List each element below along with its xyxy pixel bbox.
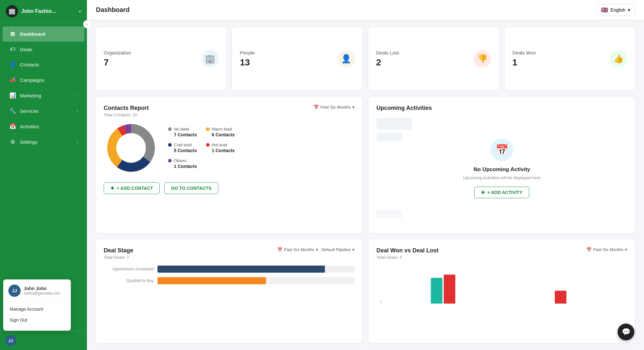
services-arrow-icon: › — [77, 109, 78, 113]
sidebar-avatar: JJ — [5, 335, 16, 346]
sidebar-item-marketing[interactable]: 📊 Marketing › — [3, 88, 84, 103]
add-contact-icon: ✚ — [110, 186, 114, 191]
bar-label-qualified: Qualified to Buy — [104, 278, 154, 283]
wonlost-group-2 — [504, 291, 618, 304]
contacts-report-header: Contacts Report Total Contacts: 20 📅 Pas… — [104, 105, 355, 117]
wonlost-bars — [376, 265, 627, 304]
org-icon: 🏢 — [201, 50, 219, 67]
popup-avatar: JJ — [8, 285, 21, 297]
stat-card-organization: Organization 7 🏢 — [96, 27, 226, 91]
deals-lost-icon: 👎 — [474, 50, 491, 67]
wonlost-bar-lost-1 — [444, 275, 455, 304]
activities-icon: 📅 — [9, 123, 16, 130]
deals-won-icon: 👍 — [610, 50, 627, 67]
ghost-cards — [376, 118, 412, 142]
calendar-empty-icon: 📅 — [491, 139, 513, 161]
deal-stage-title: Deal Stage — [104, 247, 133, 254]
marketing-arrow-icon: › — [77, 93, 78, 98]
contacts-report-subtitle: Total Contacts: 20 — [104, 112, 149, 117]
wonlost-group-1 — [386, 275, 500, 304]
sidebar-user-footer[interactable]: JJ — [0, 331, 87, 350]
deal-wonlost-header: Deal Won vs Deal Lost Total Deals: 3 📅 P… — [376, 247, 627, 260]
sidebar-item-settings[interactable]: ⚙ Settings › — [3, 134, 84, 150]
sidebar-item-activities-label: Activities — [20, 124, 78, 129]
content-area: Organization 7 🏢 People 13 👤 Deals Lost … — [87, 20, 644, 350]
contacts-report-card: Contacts Report Total Contacts: 20 📅 Pas… — [96, 97, 362, 233]
deal-wonlost-filter-label: Past Six Months — [593, 247, 623, 252]
add-contact-button[interactable]: ✚ + ADD CONTACT — [104, 182, 160, 194]
go-to-contacts-button[interactable]: GO TO CONTACTS — [164, 182, 218, 194]
sidebar-brand-header[interactable]: 🏢 John Fashio... ▾ — [0, 0, 87, 23]
stat-card-deals-lost: Deals Lost 2 👎 — [368, 27, 499, 91]
deal-wonlost-filter-chevron: ▾ — [625, 247, 627, 252]
sidebar-item-dashboard-label: Dashboard — [20, 31, 78, 37]
chat-fab-button[interactable]: 💬 — [618, 324, 634, 340]
cold-lead-count: 5 Contacts — [174, 148, 197, 153]
contacts-report-body: No label 7 Contacts Warm lead 6 Contacts — [104, 121, 355, 175]
sign-out-item[interactable]: Sign Out — [8, 315, 66, 326]
stat-card-people: People 13 👤 — [232, 27, 363, 91]
page-title: Dashboard — [96, 6, 129, 14]
no-label-text: No label — [174, 127, 189, 131]
deal-wonlost-card: Deal Won vs Deal Lost Total Deals: 3 📅 P… — [369, 239, 635, 343]
language-selector[interactable]: 🇬🇧 English ▾ — [596, 4, 635, 16]
hot-lead-dot — [206, 143, 210, 147]
bar-track-qualified — [157, 277, 355, 284]
bar-label-appointment: Appointment Scheduled — [104, 267, 154, 271]
donut-svg — [104, 121, 158, 175]
sidebar-item-services-label: Services — [20, 108, 73, 114]
others-count: 1 Contacts — [174, 164, 197, 169]
sidebar-item-campaigns-label: Campaigns — [20, 77, 78, 83]
hot-lead-count: 1 Contacts — [212, 148, 235, 153]
add-activity-icon: ✚ — [481, 190, 485, 195]
sidebar-item-activities[interactable]: 📅 Activities — [3, 119, 84, 134]
add-activity-button[interactable]: ✚ + ADD ACTIVITY — [474, 187, 529, 198]
cold-lead-text: Cold lead — [174, 142, 192, 147]
ghost-card-3 — [376, 210, 402, 219]
sidebar-item-marketing-label: Marketing — [20, 93, 73, 98]
sidebar-item-contacts[interactable]: 👤 Contacts — [3, 57, 84, 72]
deal-wonlost-filter-btn[interactable]: 📅 Past Six Months ▾ — [586, 247, 627, 252]
legend-no-label: No label 7 Contacts — [168, 127, 197, 137]
sidebar-item-deals[interactable]: 🏷 Deals — [3, 42, 84, 57]
deal-stage-filters: 📅 Past Six Months ▾ Default Pipeline ▾ — [277, 247, 355, 252]
upcoming-body: 📅 No Upcoming Activity Upcoming Activiti… — [376, 112, 627, 226]
deal-stage-bar-chart: Appointment Scheduled Qualified to Buy — [104, 266, 355, 284]
add-contact-label: + ADD CONTACT — [117, 186, 153, 191]
sidebar-brand-chevron: ▾ — [79, 9, 81, 14]
deal-wonlost-title: Deal Won vs Deal Lost — [376, 247, 439, 254]
legend-hot-lead: Hot lead 1 Contacts — [206, 142, 235, 153]
chat-icon: 💬 — [622, 328, 630, 336]
sidebar-collapse-button[interactable]: ‹ — [83, 20, 91, 28]
deals-won-value: 1 — [512, 57, 536, 68]
flag-icon: 🇬🇧 — [601, 6, 608, 14]
deal-stage-filter-btn[interactable]: 📅 Past Six Months ▾ — [277, 247, 318, 252]
deal-pipeline-label: Default Pipeline — [321, 247, 351, 252]
warm-lead-dot — [206, 127, 210, 131]
sidebar-item-campaigns[interactable]: 📣 Campaigns — [3, 73, 84, 88]
deal-pipeline-filter-btn[interactable]: Default Pipeline ▾ — [321, 247, 355, 252]
org-label: Organization — [104, 50, 131, 55]
popup-header: JJ John John tasihu@getnada.com — [8, 285, 66, 297]
hot-lead-text: Hot lead — [212, 142, 227, 147]
no-activity-subtitle: Upcoming Activities will be displayed he… — [463, 175, 541, 180]
dashboard-icon: ⊞ — [9, 31, 16, 37]
deals-lost-label: Deals Lost — [376, 50, 399, 55]
contacts-report-filter[interactable]: 📅 Past Six Months ▾ — [314, 105, 355, 110]
donut-chart — [104, 121, 158, 175]
manage-account-item[interactable]: Manage Account — [8, 304, 66, 315]
others-text: Others — [174, 158, 186, 163]
wonlost-chart: 1 — [376, 265, 627, 304]
deal-wonlost-subtitle: Total Deals: 3 — [376, 255, 439, 260]
services-icon: 🔧 — [9, 108, 16, 114]
user-popup-menu: JJ John John tasihu@getnada.com Manage A… — [3, 279, 71, 331]
popup-user-name: John John — [24, 286, 61, 291]
sidebar-item-dashboard[interactable]: ⊞ Dashboard — [3, 26, 84, 42]
stat-card-deals-won: Deals Won 1 👍 — [505, 27, 635, 91]
sidebar-item-services[interactable]: 🔧 Services › — [3, 103, 84, 119]
contacts-report-actions: ✚ + ADD CONTACT GO TO CONTACTS — [104, 182, 355, 194]
legend-cold-lead: Cold lead 5 Contacts — [168, 142, 197, 153]
popup-divider — [8, 301, 66, 302]
deal-wonlost-calendar-icon: 📅 — [586, 247, 592, 252]
deal-stage-subtitle: Total Deals: 7 — [104, 255, 133, 260]
